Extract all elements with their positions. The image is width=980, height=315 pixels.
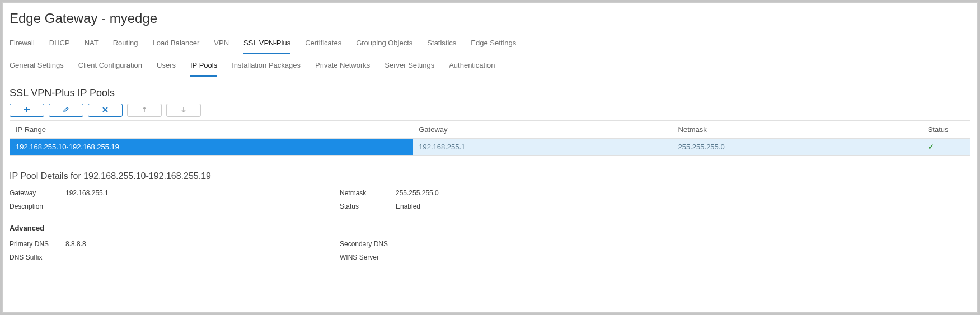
- col-gateway[interactable]: Gateway: [413, 121, 672, 139]
- tab-routing[interactable]: Routing: [113, 34, 138, 54]
- subtab-server-settings[interactable]: Server Settings: [385, 55, 434, 77]
- section-title: SSL VPN-Plus IP Pools: [10, 87, 970, 99]
- table-row[interactable]: 192.168.255.10-192.168.255.19192.168.255…: [10, 139, 970, 156]
- detail-label: Netmask: [340, 189, 396, 197]
- arrow-up-icon: [141, 106, 148, 115]
- main-tabs: FirewallDHCPNATRoutingLoad BalancerVPNSS…: [10, 34, 970, 54]
- subtab-ip-pools[interactable]: IP Pools: [190, 55, 217, 77]
- details-title: IP Pool Details for 192.168.255.10-192.1…: [10, 171, 970, 181]
- detail-row: Description: [10, 203, 317, 210]
- detail-label: Description: [10, 203, 65, 210]
- detail-row: Secondary DNS: [340, 240, 648, 248]
- sub-tabs: General SettingsClient ConfigurationUser…: [10, 55, 970, 77]
- detail-value: 192.168.255.1: [65, 189, 109, 197]
- subtab-general-settings[interactable]: General Settings: [10, 55, 64, 77]
- tab-vpn[interactable]: VPN: [214, 34, 229, 54]
- plus-icon: [24, 106, 30, 115]
- add-button[interactable]: [10, 104, 44, 117]
- tab-edge-settings[interactable]: Edge Settings: [471, 34, 516, 54]
- ip-pools-table: IP Range Gateway Netmask Status 192.168.…: [10, 120, 970, 156]
- detail-value: 8.8.8.8: [65, 240, 86, 248]
- edit-button[interactable]: [49, 104, 83, 117]
- detail-value: Enabled: [396, 203, 420, 210]
- detail-row: WINS Server: [340, 253, 648, 261]
- tab-grouping-objects[interactable]: Grouping Objects: [356, 34, 412, 54]
- advanced-grid: Primary DNS8.8.8.8Secondary DNSDNS Suffi…: [10, 240, 648, 261]
- pencil-icon: [63, 106, 69, 115]
- detail-row: StatusEnabled: [340, 203, 648, 210]
- detail-label: Secondary DNS: [340, 240, 396, 248]
- detail-row: Netmask255.255.255.0: [340, 189, 648, 197]
- detail-row: Gateway192.168.255.1: [10, 189, 317, 197]
- detail-label: DNS Suffix: [10, 253, 65, 261]
- tab-load-balancer[interactable]: Load Balancer: [153, 34, 200, 54]
- cell-netmask: 255.255.255.0: [673, 139, 922, 156]
- subtab-client-configuration[interactable]: Client Configuration: [78, 55, 142, 77]
- tab-dhcp[interactable]: DHCP: [49, 34, 70, 54]
- move-down-button: [166, 104, 201, 117]
- details-grid: Gateway192.168.255.1Netmask255.255.255.0…: [10, 189, 648, 210]
- subtab-users[interactable]: Users: [157, 55, 176, 77]
- tab-firewall[interactable]: Firewall: [10, 34, 35, 54]
- move-up-button: [127, 104, 162, 117]
- check-icon: ✓: [928, 143, 934, 151]
- subtab-private-networks[interactable]: Private Networks: [315, 55, 370, 77]
- detail-label: Status: [340, 203, 396, 210]
- advanced-title: Advanced: [10, 224, 970, 232]
- detail-label: WINS Server: [340, 253, 396, 261]
- tab-ssl-vpn-plus[interactable]: SSL VPN-Plus: [243, 34, 290, 54]
- tab-certificates[interactable]: Certificates: [305, 34, 341, 54]
- detail-value: 255.255.255.0: [396, 189, 439, 197]
- cell-ip-range: 192.168.255.10-192.168.255.19: [10, 139, 414, 156]
- app-container: Edge Gateway - myedge FirewallDHCPNATRou…: [2, 2, 978, 313]
- col-netmask[interactable]: Netmask: [673, 121, 922, 139]
- table-header-row: IP Range Gateway Netmask Status: [10, 121, 970, 139]
- detail-row: DNS Suffix: [10, 253, 317, 261]
- subtab-authentication[interactable]: Authentication: [449, 55, 495, 77]
- cell-gateway: 192.168.255.1: [413, 139, 672, 156]
- page-title: Edge Gateway - myedge: [10, 8, 970, 29]
- detail-label: Primary DNS: [10, 240, 65, 248]
- cell-status: ✓: [922, 139, 970, 156]
- arrow-down-icon: [180, 106, 187, 115]
- detail-row: Primary DNS8.8.8.8: [10, 240, 317, 248]
- detail-label: Gateway: [10, 189, 65, 197]
- col-ip-range[interactable]: IP Range: [10, 121, 414, 139]
- subtab-installation-packages[interactable]: Installation Packages: [232, 55, 301, 77]
- col-status[interactable]: Status: [922, 121, 970, 139]
- delete-button[interactable]: [88, 104, 123, 117]
- tab-statistics[interactable]: Statistics: [427, 34, 456, 54]
- tab-nat[interactable]: NAT: [85, 34, 99, 54]
- toolbar: [10, 104, 970, 117]
- x-icon: [102, 106, 109, 115]
